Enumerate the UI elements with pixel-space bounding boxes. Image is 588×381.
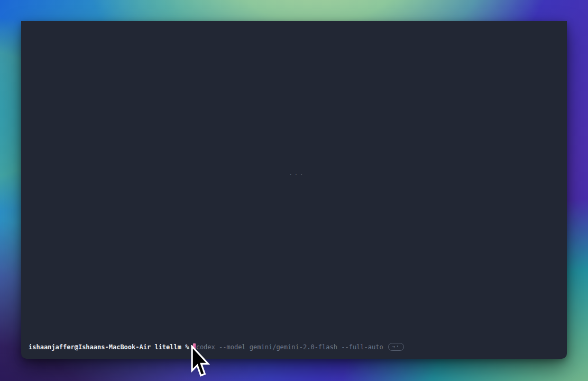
terminal-window: ... ishaanjaffer@Ishaans-MacBook-Air lit… [21, 21, 567, 359]
shell-prompt: ishaanjaffer@Ishaans-MacBook-Air litellm… [29, 343, 193, 351]
mouse-pointer-icon [189, 345, 210, 378]
command-autosuggestion: codex --model gemini/gemini-2.0-flash --… [196, 343, 383, 351]
terminal-body[interactable]: ... ishaanjaffer@Ishaans-MacBook-Air lit… [21, 21, 567, 359]
terminal-loading-ellipsis: ... [289, 169, 305, 177]
autosuggest-accept-key-badge: →· [388, 343, 404, 351]
command-line[interactable]: ishaanjaffer@Ishaans-MacBook-Air litellm… [29, 343, 562, 351]
